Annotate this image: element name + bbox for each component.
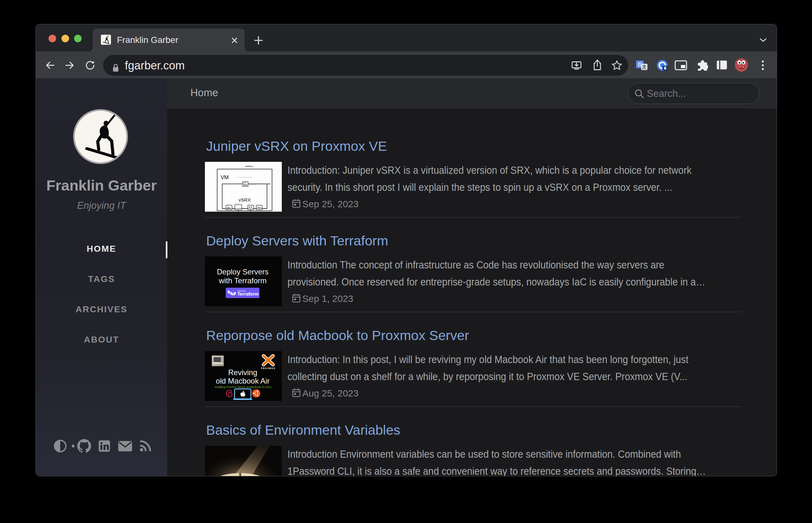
svg-text:VM: VM (221, 175, 229, 180)
svg-text:vSRX: vSRX (239, 197, 251, 202)
svg-text:old Macbook Air: old Macbook Air (216, 377, 270, 385)
svg-text:Terraform: Terraform (238, 291, 259, 296)
svg-text:~~ ~~: ~~ ~~ (257, 203, 261, 205)
svg-text:PROXMOX: PROXMOX (261, 367, 276, 369)
svg-text:~~ ~~~~~~~~~~: ~~ ~~~~~~~~~~ (237, 176, 252, 179)
svg-text:with Terraform: with Terraform (219, 276, 267, 285)
svg-text:Deploy Servers: Deploy Servers (217, 268, 268, 276)
svg-text:~~ ~~: ~~ ~~ (248, 203, 253, 205)
svg-text:Installing Proxmox Server on M: Installing Proxmox Server on MacBook Air… (215, 385, 271, 389)
svg-text:Reviving: Reviving (228, 368, 257, 377)
svg-text:~~~~~: ~~~~~ (236, 202, 241, 204)
svg-text:~ ~~ ~ ~: ~ ~~ ~ ~ (249, 183, 257, 185)
svg-text:~~ ~~: ~~ ~~ (227, 203, 231, 205)
svg-text:文: 文 (642, 64, 646, 69)
